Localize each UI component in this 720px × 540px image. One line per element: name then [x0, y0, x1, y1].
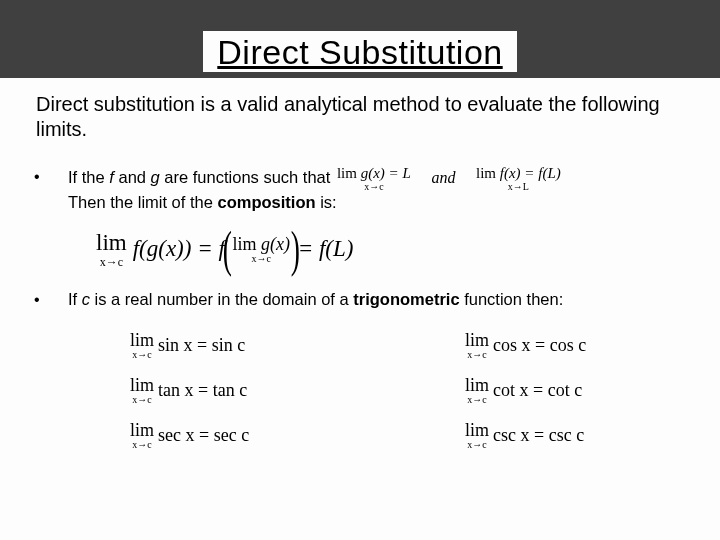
trig-cot: limx→c cot x = cot c: [465, 376, 720, 405]
title-inner: Direct Substitution: [203, 31, 516, 72]
b1-lim2: lim f(x) = f(L) x→L: [476, 166, 561, 192]
big-eq-tail: = f(L): [298, 236, 354, 262]
bullet-marker: •: [34, 166, 68, 186]
trig-csc: limx→c csc x = csc c: [465, 421, 720, 450]
b2-mid: is a real number in the domain of a: [90, 290, 353, 308]
trig-sec: limx→c sec x = sec c: [130, 421, 385, 450]
slide-title: Direct Substitution: [217, 33, 502, 71]
intro-text: Direct substitution is a valid analytica…: [34, 92, 686, 142]
composition-equation: lim x→c f(g(x)) = f ( lim g(x) x→c ) = f…: [96, 219, 720, 279]
big-paren-left: (: [223, 229, 232, 269]
b2-prefix: If: [68, 290, 82, 308]
b1-line2a: Then the limit of the: [68, 193, 218, 211]
title-bar: Direct Substitution: [0, 0, 720, 78]
b1-lim1-bot: x→c: [364, 182, 383, 192]
big-paren-right: ): [291, 229, 300, 269]
b1-line2c: is:: [316, 193, 337, 211]
big-lim-top: lim: [96, 231, 127, 254]
bullet-marker: •: [34, 289, 68, 309]
b1-lim2-top: lim f(x) = f(L): [476, 166, 561, 181]
b1-line2b: composition: [218, 193, 316, 211]
big-lim-outer: lim x→c: [96, 231, 127, 268]
bullet-2: • If c is a real number in the domain of…: [0, 289, 720, 310]
b1-lim2-bot: x→L: [508, 182, 529, 192]
big-lim-inner: lim g(x) x→c: [232, 235, 290, 264]
big-lim-bot: x→c: [100, 256, 123, 268]
b1-and1: and: [114, 168, 151, 186]
big-eq-fg: f(g(x)) = f: [133, 236, 225, 262]
bullet-1: • If the f and g are functions such that…: [0, 166, 720, 213]
big-lim-inner-bot: x→c: [252, 254, 271, 264]
b1-g: g: [151, 168, 160, 186]
trig-tan: limx→c tan x = tan c: [130, 376, 385, 405]
b2-suffix: function then:: [460, 290, 564, 308]
b2-trig: trigonometric: [353, 290, 459, 308]
b1-mid: are functions such that: [160, 168, 335, 186]
trig-grid: limx→c sin x = sin c limx→c cos x = cos …: [130, 331, 720, 450]
big-lim-inner-top: lim g(x): [232, 235, 290, 253]
b2-c: c: [82, 290, 90, 308]
trig-sin: limx→c sin x = sin c: [130, 331, 385, 360]
b1-and-word: and: [431, 169, 455, 186]
b1-lim1-top: lim g(x) = L: [337, 166, 411, 181]
bullet-1-body: If the f and g are functions such that l…: [68, 166, 686, 213]
b1-prefix: If the: [68, 168, 109, 186]
b1-lim1: lim g(x) = L x→c: [337, 166, 411, 192]
trig-cos: limx→c cos x = cos c: [465, 331, 720, 360]
bullet-2-body: If c is a real number in the domain of a…: [68, 289, 686, 310]
